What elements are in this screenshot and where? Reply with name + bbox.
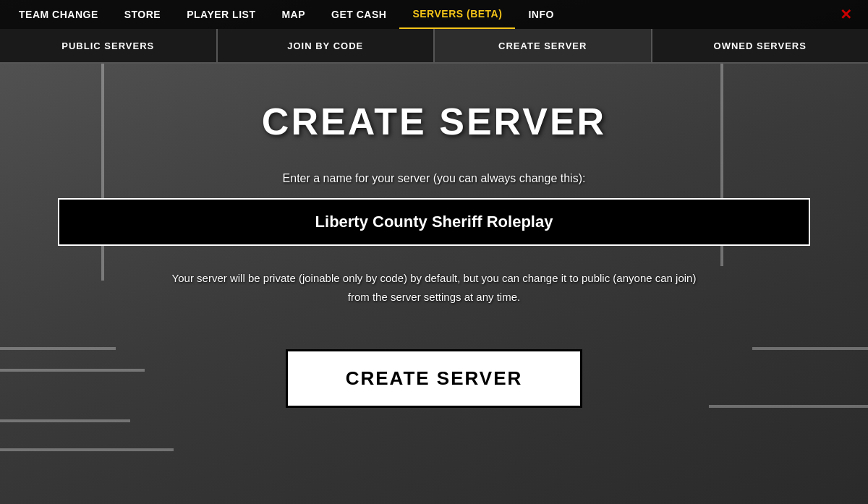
tab-public-servers[interactable]: PUBLIC SERVERS <box>0 29 218 62</box>
main-content-area: CREATE SERVER Enter a name for your serv… <box>0 64 868 430</box>
top-navigation: TEAM CHANGE STORE PLAYER LIST MAP GET CA… <box>0 0 868 29</box>
nav-item-get-cash[interactable]: GET CASH <box>318 0 399 29</box>
tab-owned-servers[interactable]: OWNED SERVERS <box>652 29 869 62</box>
privacy-info-text: Your server will be private (joinable on… <box>163 269 705 306</box>
close-button[interactable]: ✕ <box>830 0 862 29</box>
instruction-text: Enter a name for your server (you can al… <box>283 172 586 185</box>
server-name-input[interactable] <box>58 198 810 246</box>
tab-bar: PUBLIC SERVERS JOIN BY CODE CREATE SERVE… <box>0 29 868 64</box>
nav-item-store[interactable]: STORE <box>111 0 174 29</box>
tab-create-server[interactable]: CREATE SERVER <box>435 29 652 62</box>
nav-item-player-list[interactable]: PLAYER LIST <box>174 0 268 29</box>
nav-item-map[interactable]: MAP <box>268 0 318 29</box>
nav-item-servers-beta[interactable]: SERVERS (BETA) <box>399 0 515 29</box>
create-server-button[interactable]: CREATE SERVER <box>286 349 583 408</box>
page-title: CREATE SERVER <box>262 100 606 143</box>
nav-item-info[interactable]: INFO <box>515 0 566 29</box>
tab-join-by-code[interactable]: JOIN BY CODE <box>218 29 435 62</box>
road-line-4 <box>0 448 174 451</box>
nav-item-team-change[interactable]: TEAM CHANGE <box>6 0 111 29</box>
